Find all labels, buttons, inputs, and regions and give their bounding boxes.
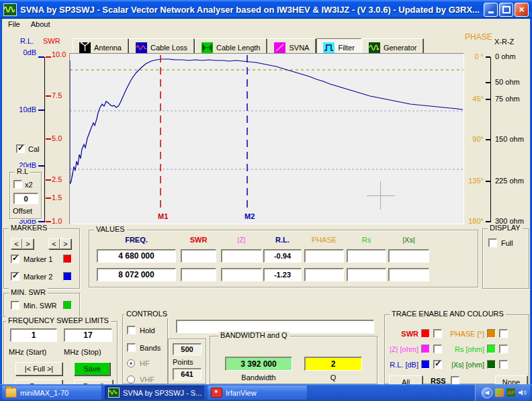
trace-rs-checkbox[interactable] <box>499 345 508 353</box>
plot-canvas <box>70 54 463 224</box>
taskbar-item-irfanview[interactable]: IrfanView <box>208 386 307 400</box>
hf-label: HF <box>140 359 150 367</box>
values-panel: VALUES FREQ. SWR |Z| R.L. PHASE Rs |Xs| … <box>89 230 478 287</box>
marker2-next-button[interactable]: > <box>60 238 71 249</box>
swr-value-m2 <box>181 268 216 281</box>
full-span-button[interactable]: |< Full >| <box>15 362 62 375</box>
trace-rl-checkbox[interactable] <box>433 360 442 369</box>
trace-xs-checkbox[interactable] <box>499 360 508 369</box>
min-swr-color-swatch[interactable] <box>63 301 72 310</box>
marker1-checkbox[interactable] <box>11 255 19 263</box>
svna-icon <box>274 42 285 53</box>
maximize-button[interactable] <box>499 3 513 17</box>
phase-axis-title: PHASE <box>465 32 492 42</box>
swr-tick-label: 10.0 <box>52 50 66 58</box>
irfanview-icon <box>211 388 222 398</box>
left-axis-line <box>44 57 45 222</box>
phase-tick-label: 135° <box>462 177 484 185</box>
close-button[interactable]: ✕ <box>515 3 529 17</box>
ohm-tick <box>486 139 490 140</box>
ohm-tick-label: 50 ohm <box>495 78 520 86</box>
ohm-tick <box>486 221 490 222</box>
display-full-checkbox[interactable] <box>488 238 497 247</box>
trace-swr-swatch[interactable] <box>421 329 430 338</box>
tray-icon[interactable] <box>495 388 504 397</box>
trace-xs-swatch[interactable] <box>487 360 496 369</box>
rl-offset-input[interactable]: 0 <box>13 193 38 204</box>
display-panel-title: DISPLAY <box>488 224 523 232</box>
values-panel-title: VALUES <box>94 225 127 234</box>
freq-value-m2[interactable]: 8 072 000 <box>97 268 176 281</box>
menu-bar: File About <box>2 19 530 31</box>
trace-z-swatch[interactable] <box>421 345 430 353</box>
app-window: SVNA by SP3SWJ - Scalar Vector Network A… <box>0 0 532 401</box>
marker1-prev-button[interactable]: < <box>11 238 22 249</box>
start-freq-input[interactable]: 1 <box>10 328 57 342</box>
menu-about[interactable]: About <box>31 20 50 30</box>
cal-label: Cal <box>28 145 40 153</box>
hold-checkbox[interactable] <box>127 326 136 335</box>
trace-z-checkbox[interactable] <box>433 345 442 353</box>
marker2-checkbox[interactable] <box>11 272 19 281</box>
bands-checkbox[interactable] <box>127 343 136 352</box>
cal-checkbox[interactable] <box>16 144 25 153</box>
rs-value-m2 <box>347 268 386 281</box>
marker2-label: Marker 2 <box>24 273 52 281</box>
hf-radio[interactable] <box>127 359 135 367</box>
xs-value-m2 <box>388 268 429 281</box>
tray-icon[interactable]: AP <box>506 388 515 397</box>
folder-icon <box>5 388 17 398</box>
marker2-prev-button[interactable]: < <box>48 238 60 249</box>
xrz-axis-title: X-R-Z <box>494 38 514 46</box>
trace-xs-label: |Xs| [ohm] <box>447 361 484 369</box>
swr-tick-label: 5.0 <box>52 134 62 142</box>
marker1-color-swatch[interactable] <box>63 255 72 263</box>
swr-tick <box>46 197 51 199</box>
marker2-color-swatch[interactable] <box>63 272 72 281</box>
sweep-plot[interactable]: M1 M2 <box>69 53 464 224</box>
stop-freq-input[interactable]: 17 <box>64 328 112 342</box>
min-swr-label: Min. SWR <box>24 302 57 310</box>
trace-swr-checkbox[interactable] <box>433 329 442 338</box>
taskbar: miniMAX_1-70 SVNA by SP3SWJ - S... Irfan… <box>0 384 532 401</box>
min-swr-checkbox[interactable] <box>11 301 19 310</box>
trace-phase-checkbox[interactable] <box>499 329 508 338</box>
trace-rl-label: R.L. [dB] <box>385 361 418 369</box>
trace-rs-swatch[interactable] <box>487 345 496 353</box>
system-tray: ◀ AP <box>475 384 530 401</box>
tray-chevron-icon[interactable]: ◀ <box>482 388 492 398</box>
phase-tick-label: 90° <box>462 135 484 143</box>
ohm-tick <box>486 82 490 83</box>
svna-app-icon <box>108 388 120 398</box>
values-header-z: |Z| <box>221 236 262 244</box>
freq-value-m1[interactable]: 4 680 000 <box>97 249 176 263</box>
rl-x2-checkbox[interactable] <box>13 180 22 189</box>
marker-label-M2: M2 <box>245 212 255 220</box>
values-header-swr: SWR <box>181 236 216 244</box>
q-value: 2 <box>304 357 362 371</box>
marker1-next-button[interactable]: > <box>22 238 34 249</box>
trace-rl-swatch[interactable] <box>421 360 430 369</box>
ohm-tick <box>486 181 490 182</box>
marker-label-M1: M1 <box>158 212 168 220</box>
trace-z-label: |Z| [ohm] <box>385 345 418 353</box>
taskbar-item-label: miniMAX_1-70 <box>20 389 69 397</box>
vhf-radio[interactable] <box>127 375 135 384</box>
rl-value-m1: -0.94 <box>263 249 302 263</box>
antenna-icon <box>79 42 91 53</box>
rl-x2-label: x2 <box>25 181 33 189</box>
minimize-button[interactable] <box>484 3 498 17</box>
taskbar-item-minimax[interactable]: miniMAX_1-70 <box>2 386 101 400</box>
toolbar-button-label: Filter <box>338 44 354 52</box>
volume-icon[interactable] <box>518 388 527 397</box>
trace-phase-swatch[interactable] <box>487 329 496 338</box>
app-icon <box>3 3 17 16</box>
swr-tick-label: 7.5 <box>52 91 62 99</box>
crosshair-cursor <box>367 195 395 196</box>
swr-tick <box>46 221 51 222</box>
db-tick <box>38 109 44 111</box>
menu-file[interactable]: File <box>8 20 20 30</box>
ohm-tick <box>486 56 490 58</box>
taskbar-item-svna[interactable]: SVNA by SP3SWJ - S... <box>105 386 204 400</box>
save-button[interactable]: Save <box>74 362 110 375</box>
